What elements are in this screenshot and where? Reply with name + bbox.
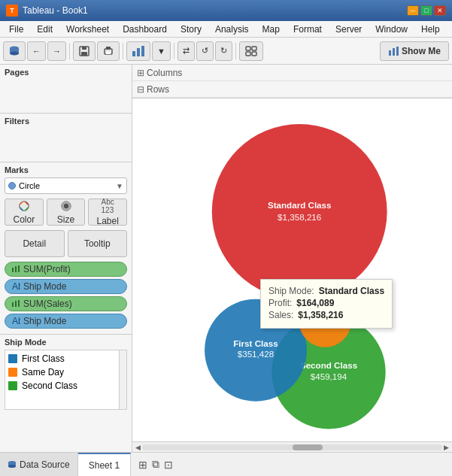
- back-button[interactable]: ←: [27, 41, 46, 61]
- label-icon: Abc123: [102, 198, 114, 214]
- svg-rect-24: [15, 266, 17, 272]
- bubble-value-first-class: $351,428: [238, 349, 274, 359]
- menu-window[interactable]: Window: [369, 23, 414, 36]
- maximize-button[interactable]: □: [420, 5, 432, 16]
- tooltip-profit-value: $164,089: [296, 298, 334, 308]
- dimension-icon-2: Abc: [11, 317, 20, 326]
- separator-4: [235, 43, 236, 59]
- tooltip-button[interactable]: Tooltip: [68, 230, 128, 257]
- bubble-chart-svg: Standard Class $1,358,216 Second Class $…: [132, 99, 452, 441]
- svg-point-20: [20, 202, 29, 211]
- menu-worksheet[interactable]: Worksheet: [60, 23, 115, 36]
- legend-section: Ship Mode First Class Same Day Second Cl…: [0, 335, 132, 452]
- legend-color-second-class: [8, 381, 17, 390]
- ship-mode-2-pill[interactable]: Abc Ship Mode: [5, 314, 127, 329]
- new-datasource-button[interactable]: [3, 41, 26, 61]
- svg-point-2: [10, 51, 19, 55]
- separator-1: [69, 43, 70, 59]
- legend-label-second-class: Second Class: [22, 380, 77, 391]
- separator-3: [174, 43, 174, 59]
- print-button[interactable]: [97, 41, 120, 61]
- rows-label: ⊟ Rows: [137, 84, 182, 95]
- menu-story[interactable]: Story: [174, 23, 208, 36]
- marks-type-dropdown[interactable]: Circle ▼: [5, 177, 127, 194]
- save-icon: [78, 45, 90, 57]
- svg-rect-9: [132, 51, 135, 56]
- svg-rect-13: [252, 47, 256, 50]
- bubble-label-standard-class: Standard Class: [268, 200, 332, 210]
- add-sheet-icon[interactable]: ⊞: [138, 459, 147, 471]
- undo-button[interactable]: ↺: [196, 41, 214, 61]
- chart-scrollbar-horizontal[interactable]: ◀ ▶: [132, 441, 452, 452]
- svg-rect-11: [141, 46, 144, 56]
- size-label: Size: [57, 214, 74, 225]
- measure-icon-2: [11, 299, 20, 308]
- datasource-label: Data Source: [20, 459, 70, 470]
- svg-rect-7: [106, 47, 111, 50]
- color-button[interactable]: Color: [5, 199, 44, 226]
- dropdown-arrow-icon: ▼: [116, 182, 123, 190]
- menu-format[interactable]: Format: [287, 23, 328, 36]
- menu-map[interactable]: Map: [256, 23, 286, 36]
- new-dashboard-icon[interactable]: ⊡: [164, 459, 173, 471]
- label-text: Label: [96, 216, 118, 226]
- minimize-button[interactable]: ─: [407, 5, 419, 16]
- separator-2: [123, 43, 123, 59]
- scrollbar-thumb[interactable]: [293, 444, 323, 450]
- duplicate-sheet-icon[interactable]: ⧉: [152, 458, 159, 471]
- size-icon: [59, 199, 74, 213]
- more-chart-button[interactable]: ▼: [152, 41, 171, 61]
- chart-area[interactable]: Standard Class $1,358,216 Second Class $…: [132, 99, 452, 441]
- label-button[interactable]: Abc123 Label: [88, 199, 127, 226]
- rows-shelf: ⊟ Rows: [132, 81, 452, 98]
- menu-analysis[interactable]: Analysis: [209, 23, 255, 36]
- menu-file[interactable]: File: [3, 23, 29, 36]
- forward-button[interactable]: →: [47, 41, 66, 61]
- swap-button[interactable]: ⇄: [177, 41, 195, 61]
- print-icon: [102, 45, 114, 57]
- legend-scrollbar[interactable]: [119, 350, 126, 409]
- tooltip-sales-key: Sales:: [268, 310, 293, 320]
- rows-grid-icon: ⊟: [137, 84, 144, 95]
- scrollbar-track[interactable]: [142, 444, 442, 450]
- sum-sales-pill[interactable]: SUM(Sales): [5, 296, 127, 311]
- marks-section: Marks Circle ▼ Color: [0, 162, 132, 335]
- fit-icon: [244, 45, 258, 57]
- bottom-icons: ⊞ ⧉ ⊡: [131, 458, 180, 471]
- color-icon: [17, 199, 32, 213]
- rows-text: Rows: [147, 84, 169, 95]
- ship-mode-1-pill[interactable]: Abc Ship Mode: [5, 279, 127, 294]
- scroll-left-arrow[interactable]: ◀: [134, 444, 142, 451]
- dimension-icon-1: Abc: [11, 282, 20, 291]
- svg-rect-15: [252, 52, 256, 56]
- chart-type-button[interactable]: [126, 41, 150, 61]
- bubble-value-second-class: $459,194: [311, 371, 347, 381]
- size-button[interactable]: Size: [47, 199, 86, 226]
- close-button[interactable]: ✕: [434, 5, 446, 16]
- legend-label-first-class: First Class: [22, 353, 65, 364]
- redo-button[interactable]: ↻: [215, 41, 232, 61]
- sheet-1-label: Sheet 1: [89, 460, 120, 471]
- sum-profit-pill[interactable]: SUM(Profit): [5, 262, 127, 277]
- show-me-button[interactable]: Show Me: [380, 41, 449, 61]
- scroll-right-arrow[interactable]: ▶: [442, 444, 450, 451]
- legend-title: Ship Mode: [5, 338, 127, 347]
- menu-help[interactable]: Help: [415, 23, 446, 36]
- menu-dashboard[interactable]: Dashboard: [117, 23, 173, 36]
- detail-button[interactable]: Detail: [5, 230, 65, 257]
- legend-scroll-area[interactable]: First Class Same Day Second Class: [5, 350, 127, 410]
- fit-button[interactable]: [239, 41, 263, 61]
- svg-rect-23: [12, 268, 14, 272]
- window-controls: ─ □ ✕: [407, 5, 446, 16]
- legend-color-first-class: [8, 354, 17, 363]
- ship-mode-1-label: Ship Mode: [23, 281, 66, 292]
- save-button[interactable]: [73, 41, 96, 61]
- sheet-1-tab[interactable]: Sheet 1: [78, 453, 131, 476]
- menu-edit[interactable]: Edit: [31, 23, 59, 36]
- marks-title: Marks: [5, 165, 127, 174]
- datasource-tab[interactable]: Data Source: [0, 453, 78, 476]
- svg-rect-5: [81, 52, 87, 56]
- toolbar: ← → ▼ ⇄ ↺ ↻ Show Me: [0, 38, 452, 65]
- datasource-icon: [8, 460, 17, 469]
- menu-server[interactable]: Server: [329, 23, 368, 36]
